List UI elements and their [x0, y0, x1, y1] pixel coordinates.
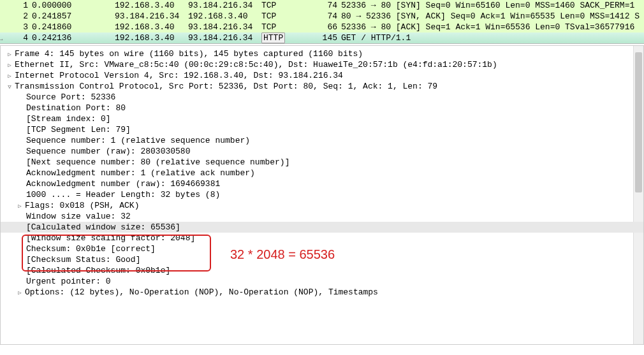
tree-item-frame[interactable]: ▷Frame 4: 145 bytes on wire (1160 bits),… [1, 48, 643, 59]
col-no: 3 [0, 22, 32, 33]
col-source: 192.168.3.40 [115, 33, 188, 43]
packet-row[interactable]: 2 0.241857 93.184.216.34 192.168.3.40 TC… [0, 11, 644, 22]
tree-item-ack-num-raw[interactable]: Acknowledgment number (raw): 1694669381 [1, 178, 643, 189]
col-info: GET / HTTP/1.1 [341, 33, 644, 43]
tree-item-urgent-pointer[interactable]: Urgent pointer: 0 [1, 276, 643, 287]
col-info: 52336 → 80 [SYN] Seq=0 Win=65160 Len=0 M… [341, 0, 644, 11]
col-info: 52336 → 80 [ACK] Seq=1 Ack=1 Win=65536 L… [341, 22, 644, 33]
packet-row-selected[interactable]: 4 0.242136 192.168.3.40 93.184.216.34 HT… [0, 33, 644, 43]
col-info: 80 → 52336 [SYN, ACK] Seq=0 Ack=1 Win=65… [341, 11, 644, 22]
tree-item-dst-port[interactable]: Destination Port: 80 [1, 103, 643, 113]
col-protocol: TCP [261, 0, 306, 11]
col-source: 93.184.216.34 [115, 11, 188, 22]
expand-icon[interactable]: ▷ [16, 201, 24, 211]
col-time: 0.241860 [32, 22, 115, 33]
col-destination: 192.168.3.40 [188, 11, 261, 22]
tree-item-calc-window-size[interactable]: [Calculated window size: 65536] [1, 222, 643, 233]
col-length: 74 [306, 11, 341, 22]
tree-item-flags[interactable]: ▷Flags: 0x018 (PSH, ACK) [1, 200, 643, 211]
tree-item-segment-len[interactable]: [TCP Segment Len: 79] [1, 124, 643, 135]
col-source: 192.168.3.40 [115, 0, 188, 11]
col-protocol: TCP [261, 11, 306, 22]
packet-row[interactable]: 3 0.241860 192.168.3.40 93.184.216.34 TC… [0, 22, 644, 33]
col-source: 192.168.3.40 [115, 22, 188, 33]
expand-icon[interactable]: ▷ [16, 288, 24, 298]
tree-item-window-scaling[interactable]: [Window size scaling factor: 2048] [1, 233, 643, 243]
packet-row[interactable]: 1 0.000000 192.168.3.40 93.184.216.34 TC… [0, 0, 644, 11]
packet-list-pane[interactable]: 1 0.000000 192.168.3.40 93.184.216.34 TC… [0, 0, 644, 44]
col-destination: 93.184.216.34 [188, 0, 261, 11]
expand-icon[interactable]: ▷ [6, 50, 13, 59]
tree-item-stream-index[interactable]: [Stream index: 0] [1, 113, 643, 124]
tree-item-header-len[interactable]: 1000 .... = Header Length: 32 bytes (8) [1, 189, 643, 200]
tree-item-next-seq[interactable]: [Next sequence number: 80 (relative sequ… [1, 157, 643, 168]
collapse-icon[interactable]: ▽ [6, 82, 13, 92]
packet-details-pane[interactable]: ▷Frame 4: 145 bytes on wire (1160 bits),… [0, 45, 644, 345]
col-destination: 93.184.216.34 [188, 22, 261, 33]
tree-item-ipv4[interactable]: ▷Internet Protocol Version 4, Src: 192.1… [1, 70, 643, 81]
tree-item-src-port[interactable]: Source Port: 52336 [1, 92, 643, 103]
tree-item-tcp[interactable]: ▽Transmission Control Protocol, Src Port… [1, 81, 643, 92]
expand-icon[interactable]: ▷ [6, 61, 13, 70]
col-length: 145 [306, 33, 341, 43]
col-protocol: HTTP [261, 33, 306, 43]
tree-item-ack-num[interactable]: Acknowledgment number: 1 (relative ack n… [1, 168, 643, 178]
tree-item-window-size[interactable]: Window size value: 32 [1, 211, 643, 222]
expand-icon[interactable]: ▷ [6, 71, 13, 81]
tree-item-seq-num-raw[interactable]: Sequence number (raw): 2803030580 [1, 146, 643, 157]
col-protocol: TCP [261, 22, 306, 33]
col-time: 0.241857 [32, 11, 115, 22]
current-frame-arrow-icon: → [0, 36, 3, 43]
col-time: 0.000000 [32, 0, 115, 11]
col-destination: 93.184.216.34 [188, 33, 261, 43]
col-length: 66 [306, 22, 341, 33]
col-no: 2 [0, 11, 32, 22]
col-no: 1 [0, 0, 32, 11]
tree-item-ethernet[interactable]: ▷Ethernet II, Src: VMware_c8:5c:40 (00:0… [1, 59, 643, 70]
tree-item-options[interactable]: ▷Options: (12 bytes), No-Operation (NOP)… [1, 287, 643, 298]
annotation-text: 32 * 2048 = 65536 [230, 247, 335, 262]
col-time: 0.242136 [32, 33, 115, 43]
tree-item-seq-num[interactable]: Sequence number: 1 (relative sequence nu… [1, 135, 643, 146]
col-length: 74 [306, 0, 341, 11]
col-no: 4 [0, 33, 32, 43]
tree-item-calc-checksum[interactable]: [Calculated Checksum: 0x0b1e] [1, 265, 643, 276]
